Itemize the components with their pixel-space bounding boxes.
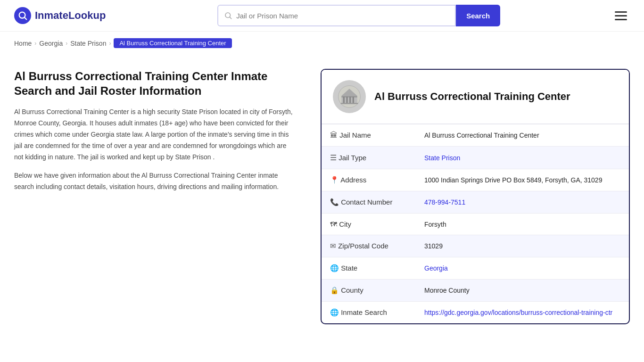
- label-cell-state: State: [322, 257, 416, 280]
- county-icon: [330, 286, 339, 294]
- label-cell-jail-name: Jail Name: [322, 124, 416, 147]
- row-label: Inmate Search: [339, 308, 387, 316]
- row-label: Zip/Postal Code: [336, 242, 388, 250]
- value-cell-city: Forsyth: [416, 214, 629, 235]
- hamburger-line: [615, 11, 627, 13]
- info-card-header: Al Burruss Correctional Training Center: [322, 70, 629, 124]
- hamburger-line: [615, 15, 627, 16]
- value-cell-contact[interactable]: 478-994-7511: [416, 191, 629, 214]
- label-cell-county: County: [322, 280, 416, 302]
- row-label: Address: [339, 176, 366, 184]
- logo-icon: [14, 7, 31, 24]
- breadcrumb-active: Al Burruss Correctional Training Center: [114, 38, 231, 48]
- state-icon: [330, 264, 339, 272]
- type-icon: [330, 154, 337, 162]
- breadcrumb: Home › Georgia › State Prison › Al Burru…: [0, 32, 644, 55]
- table-row: Jail NameAl Burruss Correctional Trainin…: [322, 124, 629, 147]
- breadcrumb-georgia[interactable]: Georgia: [39, 40, 63, 47]
- search-button[interactable]: Search: [456, 5, 500, 26]
- value-cell-address: 1000 Indian Springs Drive PO Box 5849, F…: [416, 169, 629, 191]
- value-link-inmate-search[interactable]: https://gdc.georgia.gov/locations/burrus…: [424, 309, 612, 316]
- svg-rect-9: [349, 97, 351, 104]
- menu-button[interactable]: [612, 8, 630, 23]
- main-content: Al Burruss Correctional Training Center …: [0, 55, 644, 338]
- header: InmateLookup Search: [0, 0, 644, 32]
- hamburger-line: [615, 19, 627, 20]
- page-title: Al Burruss Correctional Training Center …: [14, 69, 297, 98]
- phone-icon: [330, 198, 339, 206]
- table-row: CityForsyth: [322, 214, 629, 235]
- address-icon: [330, 176, 339, 184]
- search-icon: [330, 308, 339, 316]
- jail-icon: [330, 131, 338, 139]
- logo[interactable]: InmateLookup: [14, 7, 106, 24]
- search-bar: Search: [217, 5, 500, 26]
- label-cell-address: Address: [322, 169, 416, 191]
- label-cell-inmate-search: Inmate Search: [322, 302, 416, 324]
- breadcrumb-state-prison[interactable]: State Prison: [70, 40, 106, 47]
- svg-line-3: [230, 17, 231, 18]
- svg-rect-10: [353, 97, 354, 104]
- facility-name: Al Burruss Correctional Training Center: [374, 90, 570, 103]
- value-cell-county: Monroe County: [416, 280, 629, 302]
- svg-rect-12: [341, 103, 358, 104]
- city-icon: [330, 220, 337, 228]
- table-row: Contact Number478-994-7511: [322, 191, 629, 214]
- facility-thumbnail: [333, 80, 366, 113]
- table-row: StateGeorgia: [322, 257, 629, 280]
- breadcrumb-sep-2: ›: [66, 40, 67, 47]
- search-input[interactable]: [236, 12, 449, 20]
- row-label: County: [339, 286, 363, 294]
- search-icon: [224, 11, 232, 20]
- breadcrumb-sep-1: ›: [34, 40, 36, 47]
- info-card: Al Burruss Correctional Training Center …: [321, 69, 630, 324]
- table-row: CountyMonroe County: [322, 280, 629, 302]
- row-label: State: [339, 264, 357, 272]
- info-table: Jail NameAl Burruss Correctional Trainin…: [322, 124, 629, 323]
- row-label: Jail Name: [338, 131, 371, 139]
- table-row: Inmate Searchhttps://gdc.georgia.gov/loc…: [322, 302, 629, 324]
- table-row: Zip/Postal Code31029: [322, 235, 629, 257]
- search-input-wrap: [217, 5, 456, 26]
- description-2: Below we have given information about th…: [14, 170, 297, 193]
- table-row: Jail TypeState Prison: [322, 147, 629, 169]
- row-label: City: [337, 220, 351, 228]
- svg-line-1: [25, 17, 26, 19]
- value-cell-state[interactable]: Georgia: [416, 257, 629, 280]
- description-1: Al Burruss Correctional Training Center …: [14, 107, 297, 163]
- value-cell-zip: 31029: [416, 235, 629, 257]
- value-link-jail-type[interactable]: State Prison: [424, 154, 460, 162]
- value-cell-jail-name: Al Burruss Correctional Training Center: [416, 124, 629, 147]
- breadcrumb-sep-3: ›: [109, 40, 111, 47]
- value-cell-jail-type[interactable]: State Prison: [416, 147, 629, 169]
- label-cell-city: City: [322, 214, 416, 235]
- table-row: Address1000 Indian Springs Drive PO Box …: [322, 169, 629, 191]
- row-label: Contact Number: [339, 198, 392, 206]
- label-cell-contact: Contact Number: [322, 191, 416, 214]
- label-cell-zip: Zip/Postal Code: [322, 235, 416, 257]
- zip-icon: [330, 242, 336, 250]
- left-column: Al Burruss Correctional Training Center …: [14, 69, 306, 324]
- value-cell-inmate-search[interactable]: https://gdc.georgia.gov/locations/burrus…: [416, 302, 629, 324]
- logo-text: InmateLookup: [35, 9, 106, 22]
- value-link-contact[interactable]: 478-994-7511: [424, 198, 465, 206]
- breadcrumb-home[interactable]: Home: [14, 40, 32, 47]
- svg-rect-8: [346, 97, 347, 104]
- label-cell-jail-type: Jail Type: [322, 147, 416, 169]
- row-label: Jail Type: [337, 154, 366, 162]
- svg-rect-7: [343, 97, 345, 104]
- value-link-state[interactable]: Georgia: [424, 264, 448, 272]
